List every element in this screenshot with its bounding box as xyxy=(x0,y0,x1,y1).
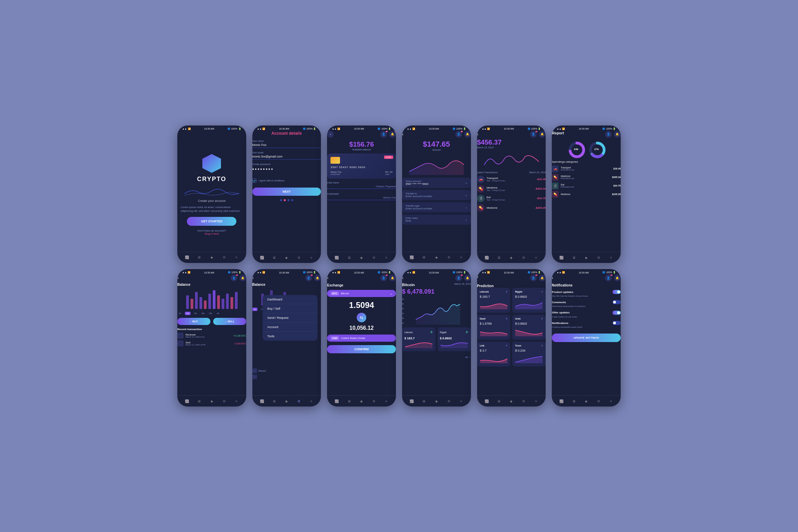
nav-card-icon[interactable]: 🖥 xyxy=(346,398,352,404)
period-3m[interactable]: 3M xyxy=(200,312,206,315)
toggle-3[interactable] xyxy=(612,311,621,315)
bell-icon-11[interactable]: 🔔 xyxy=(539,275,546,281)
profile-icon[interactable]: 👤11 xyxy=(380,131,387,138)
menu-send-request[interactable]: Send / Request xyxy=(263,313,318,323)
nav-menu-icon[interactable]: ≡ xyxy=(533,255,539,260)
bell-icon-10[interactable]: 🔔 xyxy=(464,275,471,281)
nav-card-icon[interactable]: 🖥 xyxy=(571,398,577,404)
pred-ardo-plus[interactable]: + xyxy=(541,317,543,321)
email-value[interactable]: monic.fox@gmail.com xyxy=(252,155,321,160)
nav-menu-icon[interactable]: ≡ xyxy=(384,255,389,260)
nav-eth-icon[interactable]: ◆ xyxy=(209,398,215,404)
nav-chart-icon[interactable]: 📈 xyxy=(334,255,339,260)
bell-icon-9[interactable]: 🔔 xyxy=(389,275,396,281)
profile-icon-12[interactable]: 👤 xyxy=(605,275,612,281)
nav-chart-icon[interactable]: 📈 xyxy=(484,255,489,260)
back-btn-9[interactable]: ‹ xyxy=(327,276,328,280)
sign-in-link[interactable]: Sing in here xyxy=(204,232,219,235)
nav-chart-icon[interactable]: 📈 xyxy=(409,398,414,404)
nav-card-icon[interactable]: 🖥 xyxy=(421,398,427,404)
back-btn-4[interactable]: ‹ xyxy=(402,132,403,137)
nav-card-icon[interactable]: 🖥 xyxy=(496,398,502,404)
back-btn-7[interactable]: ‹ xyxy=(177,276,179,280)
period-1m[interactable]: 1M xyxy=(193,312,198,315)
back-btn-10[interactable]: ‹ xyxy=(402,276,403,280)
exchange-swap-icon[interactable]: ⇆ xyxy=(357,313,366,322)
transfer-to-field[interactable]: Transfer to Enter account number ⌄ xyxy=(402,190,471,200)
currency-selector[interactable]: USD United States Dollar xyxy=(327,335,396,342)
back-btn-8[interactable]: ‹ xyxy=(252,276,254,280)
next-button[interactable]: NEXT xyxy=(252,188,321,196)
nav-menu-icon[interactable]: ≡ xyxy=(309,398,314,404)
profile-icon-4[interactable]: 👤11 xyxy=(455,131,462,138)
nav-eth-icon[interactable]: ◆ xyxy=(359,255,364,260)
bell-icon[interactable]: 🔔 xyxy=(389,131,396,138)
password-value[interactable]: •••••••• xyxy=(252,166,321,172)
nav-settings-icon[interactable]: ⚙ xyxy=(446,255,452,260)
nav-chart-icon[interactable]: 📈 xyxy=(559,255,564,260)
pred-tezor-plus[interactable]: + xyxy=(541,344,543,348)
period-all[interactable]: All xyxy=(216,312,221,315)
nav-settings-icon[interactable]: ⚙ xyxy=(296,398,302,404)
bell-icon-6[interactable]: 🔔 xyxy=(614,131,621,138)
profile-icon-5[interactable]: 👤 xyxy=(530,131,537,138)
toggle-1[interactable] xyxy=(612,290,621,294)
get-started-button[interactable]: GET STARTED xyxy=(187,217,236,226)
nav-settings-icon[interactable]: ⚙ xyxy=(446,398,452,404)
toggle-4[interactable] xyxy=(612,321,621,325)
nav-menu-icon[interactable]: ≡ xyxy=(234,398,239,404)
nav-card-icon[interactable]: 🖥 xyxy=(496,255,502,260)
nav-eth-icon[interactable]: ◆ xyxy=(583,398,589,404)
agree-checkbox[interactable] xyxy=(252,179,256,183)
nav-card-icon[interactable]: 🖥 xyxy=(271,398,277,404)
nav-settings-icon[interactable]: ⚙ xyxy=(221,398,227,404)
profile-icon-9[interactable]: 👤 xyxy=(380,275,387,281)
period-6m[interactable]: 6M xyxy=(208,312,213,315)
bell-icon-8[interactable]: 🔔 xyxy=(314,275,321,281)
nav-eth-icon[interactable]: ◆ xyxy=(284,255,289,260)
profile-icon-6[interactable]: 👤 xyxy=(605,131,612,138)
update-settings-button[interactable]: UPDATE SETTINGS xyxy=(552,334,621,342)
period-1w[interactable]: 1W xyxy=(185,312,191,315)
nav-settings-icon[interactable]: ⚙ xyxy=(521,398,527,404)
toggle-2[interactable] xyxy=(612,300,621,304)
select-account-field[interactable]: Select account 3567 **** **** 5600 ⌄ xyxy=(402,178,471,188)
nav-chart-icon[interactable]: 📈 xyxy=(259,398,265,404)
pred-dash-plus[interactable]: + xyxy=(506,317,508,321)
bell-icon-4[interactable]: 🔔 xyxy=(464,131,471,138)
nav-chart-icon[interactable]: 📈 xyxy=(184,255,190,260)
back-btn-5[interactable]: ‹ xyxy=(477,132,478,137)
nav-eth-icon[interactable]: ◆ xyxy=(434,255,439,260)
sell-button[interactable]: ↓ SELL xyxy=(213,318,246,325)
nav-menu-icon[interactable]: ≡ xyxy=(608,255,614,260)
nav-settings-icon[interactable]: ⚙ xyxy=(371,398,376,404)
nav-chart-icon[interactable]: 📈 xyxy=(409,255,414,260)
nav-chart-icon[interactable]: 📈 xyxy=(259,255,265,260)
bell-icon-5[interactable]: 🔔 xyxy=(539,131,546,138)
nav-settings-icon[interactable]: ⚙ xyxy=(296,255,302,260)
nav-menu-icon[interactable]: ≡ xyxy=(234,255,239,260)
menu-tools[interactable]: Tools xyxy=(263,332,318,341)
back-btn-11[interactable]: ‹ xyxy=(477,275,478,281)
nav-settings-icon[interactable]: ⚙ xyxy=(521,255,527,260)
cardholder-field-input[interactable]: Monic Fox xyxy=(327,196,396,200)
nav-settings-icon[interactable]: ⚙ xyxy=(371,255,376,260)
card-name-input[interactable]: Classic Payeave xyxy=(327,185,396,189)
pred-xrp-plus[interactable]: + xyxy=(541,290,543,294)
nav-menu-icon[interactable]: ≡ xyxy=(533,398,539,404)
period-1d[interactable]: 1D xyxy=(177,312,183,315)
nav-eth-icon[interactable]: ◆ xyxy=(508,398,514,404)
nav-card-icon[interactable]: 🖥 xyxy=(421,255,427,260)
nav-eth-icon[interactable]: ◆ xyxy=(359,398,364,404)
nav-chart-icon[interactable]: 📈 xyxy=(484,398,489,404)
nav-card-icon[interactable]: 🖥 xyxy=(571,255,577,260)
nav-eth-icon[interactable]: ◆ xyxy=(434,398,439,404)
menu-dashboard[interactable]: Dashboard xyxy=(263,295,318,304)
nav-menu-icon[interactable]: ≡ xyxy=(608,398,614,404)
bell-icon-12[interactable]: 🔔 xyxy=(614,275,621,281)
profile-icon-8[interactable]: 👤 xyxy=(305,275,312,281)
notes-field[interactable]: Enter notes Note ⌄ xyxy=(402,215,471,225)
nav-card-icon[interactable]: 🖥 xyxy=(196,398,202,404)
profile-icon-10[interactable]: 👤 xyxy=(455,275,462,281)
nav-menu-icon[interactable]: ≡ xyxy=(458,255,464,260)
